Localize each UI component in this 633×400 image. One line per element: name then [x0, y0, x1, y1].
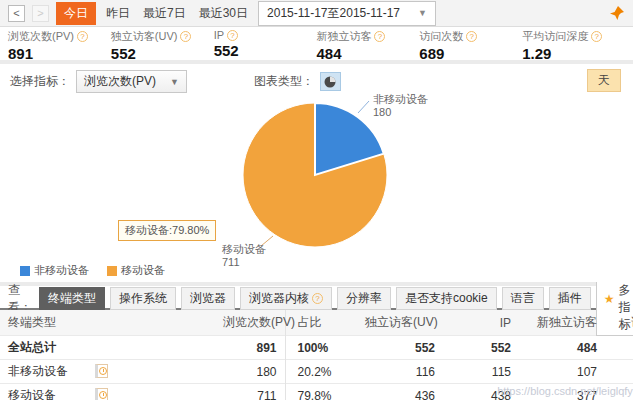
stat-label: 新独立访客 — [316, 29, 371, 44]
stat-value: 484 — [316, 45, 419, 62]
help-icon[interactable]: ? — [466, 31, 477, 42]
stat-value: 891 — [8, 45, 111, 62]
stat-label: IP — [214, 29, 224, 41]
pie-value-mobile: 711 — [222, 256, 240, 268]
analytics-dashboard: { "date_bar": { "prev_label": "<", "next… — [0, 0, 633, 400]
watermark: https://blog.csdn.net/leiglqfy1 — [497, 385, 633, 397]
col-uv[interactable]: 独立访客(UV) — [357, 310, 443, 336]
legend-swatch-blue — [20, 266, 30, 276]
preset-yesterday[interactable]: 昨日 — [103, 3, 133, 24]
stats-summary: 浏览次数(PV)? 891 独立访客(UV)? 552 IP? 552 新独立访… — [0, 27, 633, 60]
help-icon[interactable]: ? — [312, 293, 323, 304]
pie-tooltip: 移动设备:79.80% — [118, 220, 216, 241]
tab-browser[interactable]: 浏览器 — [181, 287, 235, 310]
date-toolbar: < > 今日 昨日 最近7日 最近30日 2015-11-17至2015-11-… — [0, 0, 633, 27]
tab-browser-kernel[interactable]: 浏览器内核? — [240, 287, 332, 310]
tab-terminal-type[interactable]: 终端类型 — [39, 287, 105, 310]
chart-legend: 非移动设备 移动设备 — [20, 263, 165, 278]
tab-plugin[interactable]: 插件 — [549, 287, 591, 310]
tab-resolution[interactable]: 分辨率 — [337, 287, 391, 310]
preset-last7days[interactable]: 最近7日 — [140, 3, 189, 24]
help-icon[interactable]: ? — [180, 31, 191, 42]
help-icon[interactable]: ? — [227, 30, 238, 41]
col-ratio[interactable]: 占比 — [285, 310, 357, 336]
preset-today[interactable]: 今日 — [56, 2, 96, 25]
tab-language[interactable]: 语言 — [502, 287, 544, 310]
stat-visits: 访问次数? 689 — [419, 29, 522, 60]
pie-value-non-mobile: 180 — [373, 106, 391, 118]
callout-line-non-mobile — [358, 101, 369, 113]
col-pv[interactable]: 浏览次数(PV) — [215, 310, 285, 336]
stat-value: 689 — [419, 45, 522, 62]
date-range-value: 2015-11-17至2015-11-17 — [267, 5, 400, 22]
pie-label-mobile: 移动设备 — [222, 243, 266, 255]
pie-chart[interactable]: 非移动设备 180 移动设备 711 — [0, 64, 633, 282]
table-row-non-mobile: 非移动设备 180 20.2% 116 115 107 136 1.32 — [0, 360, 633, 384]
stat-value: 1.29 — [522, 45, 625, 62]
row-name: 全站总计 — [0, 336, 215, 360]
date-range-select[interactable]: 2015-11-17至2015-11-17 ▼ — [258, 1, 436, 26]
col-ip[interactable]: IP — [443, 310, 519, 336]
row-name: 移动设备 — [0, 384, 215, 400]
legend-item-mobile[interactable]: 移动设备 — [107, 263, 165, 278]
tab-cookie-support[interactable]: 是否支持cookie — [396, 287, 497, 310]
stat-value: 552 — [111, 45, 214, 62]
dimension-tabs: 查看： 终端类型 操作系统 浏览器 浏览器内核? 分辨率 是否支持cookie … — [0, 286, 633, 310]
table-header-row: 终端类型 浏览次数(PV) 占比 独立访客(UV) IP 新独立访客 访问次数 … — [0, 310, 633, 336]
tab-os[interactable]: 操作系统 — [110, 287, 176, 310]
row-name: 非移动设备 — [0, 360, 215, 384]
preset-last30days[interactable]: 最近30日 — [196, 3, 251, 24]
stat-ip: IP? 552 — [214, 29, 317, 60]
help-icon[interactable]: ? — [591, 31, 602, 42]
legend-label: 移动设备 — [121, 263, 165, 278]
help-icon[interactable]: ? — [374, 31, 385, 42]
legend-item-non-mobile[interactable]: 非移动设备 — [20, 263, 89, 278]
col-terminal-type[interactable]: 终端类型 — [0, 310, 215, 336]
detail-panel: 查看： 终端类型 操作系统 浏览器 浏览器内核? 分辨率 是否支持cookie … — [0, 286, 633, 400]
legend-swatch-orange — [107, 266, 117, 276]
stat-label: 浏览次数(PV) — [8, 29, 74, 44]
legend-label: 非移动设备 — [34, 263, 89, 278]
trend-icon[interactable] — [95, 364, 108, 378]
stat-uv: 独立访客(UV)? 552 — [111, 29, 214, 60]
stat-depth: 平均访问深度? 1.29 — [522, 29, 625, 60]
trend-icon[interactable] — [95, 388, 108, 400]
pin-icon[interactable] — [609, 5, 625, 21]
stat-label: 独立访客(UV) — [111, 29, 178, 44]
stat-label: 访问次数 — [419, 29, 463, 44]
pie-label-non-mobile: 非移动设备 — [373, 93, 428, 105]
star-icon: ★ — [604, 292, 615, 306]
prev-date-button[interactable]: < — [8, 5, 25, 22]
stat-pv: 浏览次数(PV)? 891 — [8, 29, 111, 60]
table-row-total: 全站总计 891 100% 552 552 484 689 1.29 — [0, 336, 633, 360]
help-icon[interactable]: ? — [77, 31, 88, 42]
stat-new-uv: 新独立访客? 484 — [316, 29, 419, 60]
chart-panel: 选择指标： 浏览次数(PV) ▼ 图表类型： 天 非移动设备 180 移动设备 … — [0, 64, 633, 282]
stat-value: 552 — [214, 42, 317, 59]
next-date-button[interactable]: > — [32, 5, 49, 22]
stat-label: 平均访问深度 — [522, 29, 588, 44]
chevron-down-icon: ▼ — [418, 8, 427, 18]
col-new-uv[interactable]: 新独立访客 — [519, 310, 605, 336]
